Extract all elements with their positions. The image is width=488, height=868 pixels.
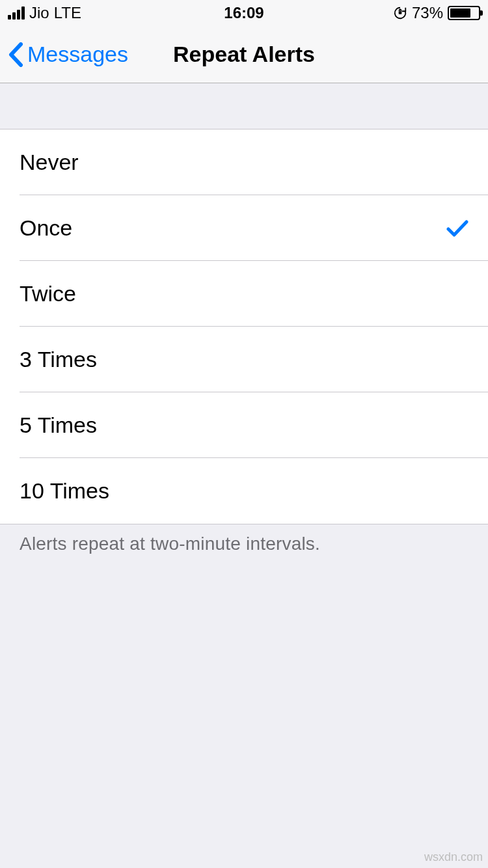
- section-spacer: [0, 83, 488, 129]
- watermark: wsxdn.com: [424, 850, 483, 864]
- option-10-times[interactable]: 10 Times: [0, 458, 488, 524]
- option-label: Once: [20, 215, 72, 241]
- footer-text: Alerts repeat at two-minute intervals.: [0, 524, 488, 563]
- option-3-times[interactable]: 3 Times: [0, 327, 488, 392]
- network-label: LTE: [54, 4, 81, 22]
- status-time: 16:09: [224, 4, 264, 22]
- option-label: 5 Times: [20, 413, 97, 438]
- option-label: Never: [20, 150, 79, 175]
- option-twice[interactable]: Twice: [0, 261, 488, 327]
- battery-percent-label: 73%: [412, 4, 443, 22]
- option-label: Twice: [20, 281, 76, 306]
- carrier-label: Jio: [29, 4, 49, 22]
- rotation-lock-icon: [393, 6, 407, 20]
- page-title: Repeat Alerts: [173, 42, 315, 67]
- status-left: Jio LTE: [8, 4, 81, 22]
- svg-rect-0: [399, 11, 402, 14]
- back-button[interactable]: Messages: [0, 42, 128, 67]
- status-bar: Jio LTE 16:09 73%: [0, 0, 488, 26]
- checkmark-icon: [446, 219, 468, 237]
- option-5-times[interactable]: 5 Times: [0, 392, 488, 458]
- battery-icon: [448, 6, 480, 20]
- option-once[interactable]: Once: [0, 195, 488, 261]
- status-right: 73%: [393, 4, 480, 22]
- nav-bar: Messages Repeat Alerts: [0, 26, 488, 83]
- back-label: Messages: [27, 42, 128, 67]
- option-label: 10 Times: [20, 478, 109, 504]
- signal-bars-icon: [8, 7, 25, 20]
- chevron-left-icon: [8, 42, 23, 67]
- options-list: Never Once Twice 3 Times 5 Times 10 Time…: [0, 129, 488, 524]
- option-label: 3 Times: [20, 347, 97, 372]
- option-never[interactable]: Never: [0, 129, 488, 195]
